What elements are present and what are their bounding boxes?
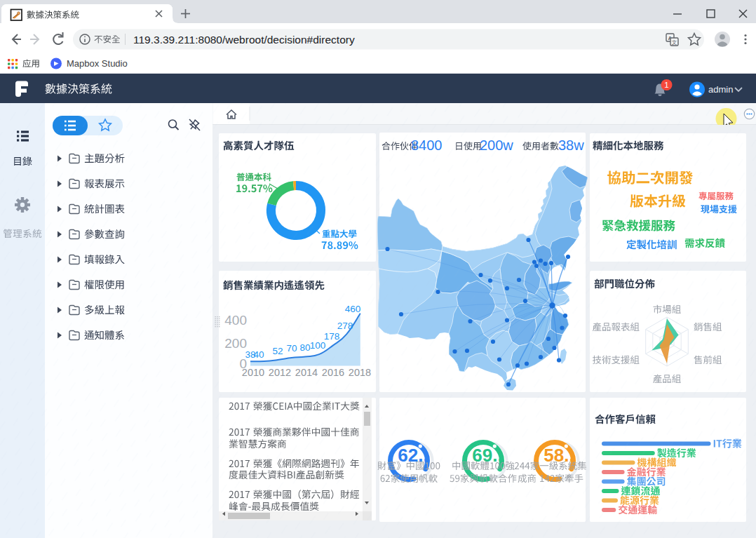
svg-text:1: 1	[664, 81, 668, 89]
svg-text:文: 文	[672, 39, 677, 46]
svg-text:119.3.39.211:8080/webroot/deci: 119.3.39.211:8080/webroot/decision#direc…	[133, 34, 355, 46]
svg-text:Mapbox Studio: Mapbox Studio	[67, 58, 128, 69]
svg-text:admin: admin	[708, 84, 733, 95]
